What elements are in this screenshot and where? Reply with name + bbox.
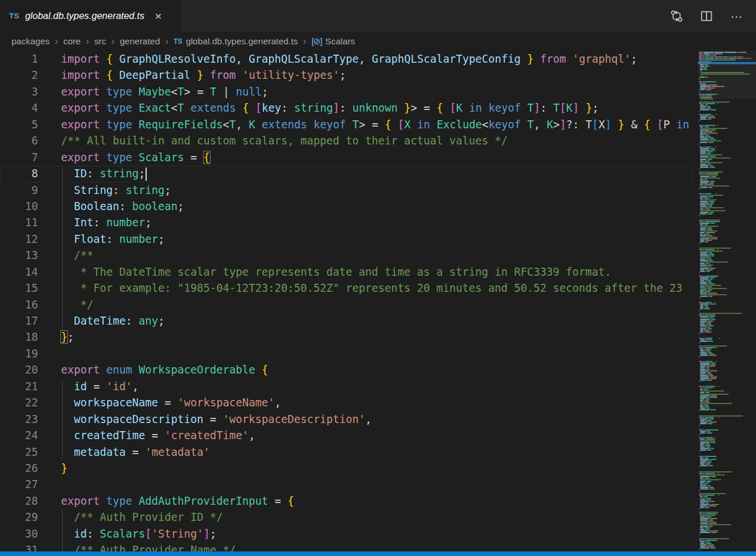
code-line[interactable]: 26} — [0, 460, 693, 477]
tab-title: global.db.types.generated.ts — [25, 10, 144, 21]
line-content: /** Auth Provider ID */ — [61, 509, 223, 525]
breadcrumb-label: generated — [120, 36, 160, 47]
line-content: }; — [61, 329, 74, 345]
line-number: 13 — [0, 247, 38, 264]
line-number: 7 — [0, 150, 38, 166]
line-content: createdTime = 'createdTime', — [61, 428, 255, 444]
editor-actions: … — [670, 0, 756, 32]
breadcrumb-item-src[interactable]: src — [94, 36, 106, 47]
code-line[interactable]: 27 — [0, 477, 693, 493]
line-number: 20 — [0, 362, 38, 378]
line-content: Float: number; — [61, 231, 165, 247]
breadcrumb-separator: › — [303, 36, 307, 47]
line-content: String: string; — [61, 182, 171, 199]
code-line[interactable]: 10 Boolean: boolean; — [0, 199, 693, 215]
line-number: 16 — [0, 297, 38, 313]
breadcrumb-separator: › — [85, 36, 90, 47]
line-number: 5 — [0, 117, 38, 133]
line-number: 24 — [0, 428, 38, 444]
code-line[interactable]: 9 String: string; — [0, 182, 693, 199]
code-line[interactable]: 23 workspaceDescription = 'workspaceDesc… — [0, 412, 693, 428]
line-number: 30 — [0, 526, 38, 542]
code-line[interactable]: 15 * For example: "1985-04-12T23:20:50.5… — [0, 280, 693, 296]
line-content: metadata = 'metadata' — [61, 444, 210, 460]
code-line[interactable]: 13 /** — [0, 247, 693, 264]
code-line[interactable]: 21 id = 'id', — [0, 379, 693, 395]
breadcrumb-item-packages[interactable]: packages — [12, 36, 49, 47]
code-line[interactable]: 11 Int: number; — [0, 215, 693, 231]
code-line[interactable]: 31 /** Auth Provider Name */ — [0, 542, 693, 551]
line-content: export type AddAuthProviderInput = { — [61, 493, 294, 509]
line-number: 25 — [0, 444, 38, 460]
code-line[interactable]: 4export type Exact<T extends { [key: str… — [0, 100, 693, 116]
line-content: workspaceDescription = 'workspaceDescrip… — [61, 412, 372, 428]
breadcrumb-label: src — [94, 36, 106, 47]
breadcrumb-item-global-db-types-generated-ts[interactable]: TSglobal.db.types.generated.ts — [174, 36, 298, 47]
code-line[interactable]: 16 */ — [0, 297, 693, 313]
line-content: export type Scalars = { — [61, 150, 210, 166]
line-number: 2 — [0, 67, 38, 83]
code-line[interactable]: 17 DateTime: any; — [0, 313, 693, 329]
line-number: 11 — [0, 215, 38, 231]
code-line[interactable]: 20export enum WorkspaceOrderable { — [0, 362, 693, 378]
line-number: 28 — [0, 493, 38, 509]
typescript-file-icon: TS — [174, 37, 182, 45]
code-line[interactable]: 22 workspaceName = 'workspaceName', — [0, 395, 693, 411]
code-line[interactable]: 24 createdTime = 'createdTime', — [0, 428, 693, 444]
line-number: 14 — [0, 264, 38, 280]
line-content: * The DateTime scalar type represents da… — [61, 264, 611, 280]
code-line[interactable]: 25 metadata = 'metadata' — [0, 444, 693, 460]
symbol-type-icon: [⊘] — [311, 36, 322, 47]
open-changes-icon[interactable] — [670, 10, 683, 22]
line-content: id: Scalars['String']; — [61, 526, 216, 542]
code-line[interactable]: 8 ID: string; — [0, 166, 693, 182]
code-line[interactable]: 2import { DeepPartial } from 'utility-ty… — [0, 67, 693, 83]
editor-pane: 1import { GraphQLResolveInfo, GraphQLSca… — [0, 51, 756, 551]
line-number: 15 — [0, 280, 38, 296]
minimap[interactable] — [698, 51, 756, 551]
breadcrumb-item-scalars[interactable]: [⊘]Scalars — [311, 36, 355, 47]
line-content: /** — [61, 247, 93, 264]
breadcrumb-item-core[interactable]: core — [63, 36, 81, 47]
code-line[interactable]: 12 Float: number; — [0, 231, 693, 247]
line-content: workspaceName = 'workspaceName', — [61, 395, 281, 411]
line-content: export enum WorkspaceOrderable { — [61, 362, 268, 378]
tab-close-icon[interactable]: × — [155, 10, 162, 22]
code-line[interactable]: 1import { GraphQLResolveInfo, GraphQLSca… — [0, 51, 693, 67]
code-line[interactable]: 3export type Maybe<T> = T | null; — [0, 84, 693, 100]
split-editor-icon[interactable] — [700, 10, 713, 22]
code-line[interactable]: 19 — [0, 346, 693, 362]
breadcrumb-label: packages — [12, 36, 49, 47]
line-content: id = 'id', — [61, 379, 139, 395]
tab-global-db-types-generated-ts[interactable]: TS global.db.types.generated.ts × — [0, 0, 181, 32]
more-actions-icon[interactable]: … — [730, 14, 743, 18]
line-number: 29 — [0, 509, 38, 525]
line-content: import { GraphQLResolveInfo, GraphQLScal… — [61, 51, 637, 67]
code-line[interactable]: 18}; — [0, 329, 693, 345]
line-number: 1 — [0, 51, 38, 67]
line-number: 23 — [0, 412, 38, 428]
line-content: Int: number; — [61, 215, 152, 231]
code-line[interactable]: 30 id: Scalars['String']; — [0, 526, 693, 542]
tab-bar: TS global.db.types.generated.ts × — [0, 0, 756, 32]
line-number: 9 — [0, 182, 38, 199]
status-bar[interactable] — [0, 551, 756, 556]
code-line[interactable]: 6/** All built-in and custom scalars, ma… — [0, 133, 693, 149]
breadcrumb-item-generated[interactable]: generated — [120, 36, 160, 47]
line-number: 22 — [0, 395, 38, 411]
line-number: 3 — [0, 84, 38, 100]
code-line[interactable]: 5export type RequireFields<T, K extends … — [0, 117, 693, 133]
code-line[interactable]: 29 /** Auth Provider ID */ — [0, 509, 693, 525]
line-content: */ — [61, 297, 93, 313]
vscode-window: TS global.db.types.generated.ts × — [0, 0, 756, 556]
code-line[interactable]: 14 * The DateTime scalar type represents… — [0, 264, 693, 280]
code-lines[interactable]: 1import { GraphQLResolveInfo, GraphQLSca… — [0, 51, 693, 551]
line-content: ID: string; — [61, 166, 147, 182]
text-cursor — [146, 167, 147, 181]
code-line[interactable]: 28export type AddAuthProviderInput = { — [0, 493, 693, 509]
line-number: 21 — [0, 379, 38, 395]
code-line[interactable]: 7export type Scalars = { — [0, 150, 693, 166]
breadcrumb-separator: › — [54, 36, 59, 47]
typescript-file-icon: TS — [9, 12, 20, 20]
breadcrumb: packages›core›src›generated›TSglobal.db.… — [0, 32, 756, 51]
